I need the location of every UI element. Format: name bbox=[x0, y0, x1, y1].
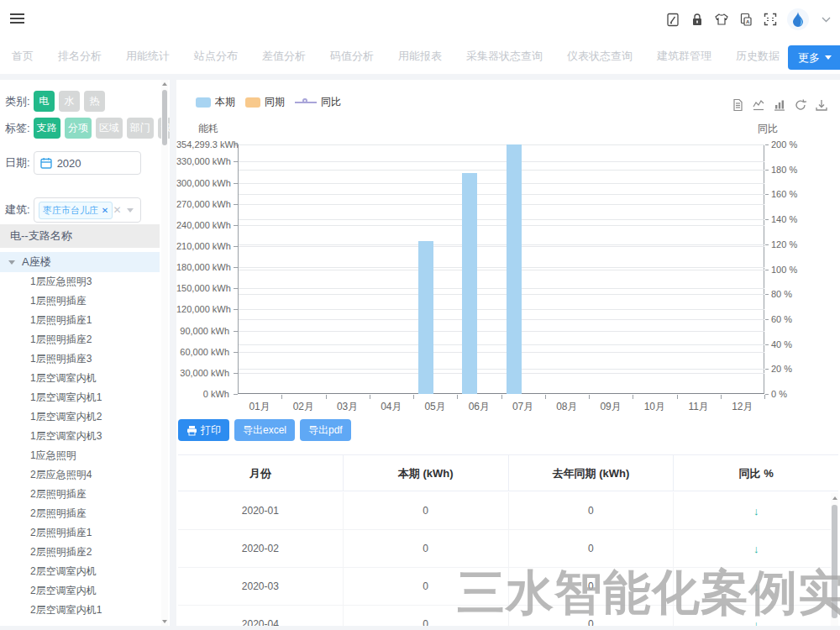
nav-tab[interactable]: 码值分析 bbox=[330, 40, 374, 74]
nav-tab[interactable]: 排名分析 bbox=[58, 40, 102, 74]
nav-tab[interactable]: 采集器状态查询 bbox=[466, 40, 543, 74]
tree-parent-label: A座楼 bbox=[22, 255, 51, 270]
shirt-icon[interactable] bbox=[714, 9, 729, 29]
gridline bbox=[239, 194, 764, 195]
chart-bar[interactable] bbox=[462, 173, 477, 394]
tree-item[interactable]: 2层空调室内机1 bbox=[0, 601, 160, 620]
left-axis-label: 60,000 kWh bbox=[176, 347, 229, 357]
category-option[interactable]: 水 bbox=[59, 91, 80, 112]
tree-item[interactable]: 2层应急照明4 bbox=[0, 465, 160, 485]
category-option[interactable]: 电 bbox=[34, 91, 55, 112]
tree-item[interactable]: 2层照明插座2 bbox=[0, 543, 160, 562]
tree-item[interactable]: 1层应急照明3 bbox=[0, 272, 160, 291]
building-label: 建筑: bbox=[5, 202, 30, 218]
right-axis-label: 120 % bbox=[771, 239, 797, 249]
tree-item[interactable]: 2层空调室内机 bbox=[0, 562, 160, 581]
tree-parent-node[interactable]: A座楼 bbox=[0, 252, 160, 272]
axis-tick bbox=[677, 395, 678, 399]
yoy-down-arrow: ↓ bbox=[674, 568, 838, 605]
tag-close-icon[interactable]: ✕ bbox=[102, 206, 108, 215]
tree-item[interactable]: 1层空调室内机3 bbox=[0, 427, 160, 446]
tree-item[interactable]: 1层照明插座2 bbox=[0, 330, 160, 349]
right-axis-label: 160 % bbox=[771, 189, 797, 199]
table-row[interactable]: 2020-0400↓ bbox=[178, 606, 838, 626]
axis-tick bbox=[370, 395, 370, 399]
tree-item[interactable]: 1层空调室内机2 bbox=[0, 407, 160, 427]
nav-tab[interactable]: 建筑群管理 bbox=[657, 40, 711, 74]
table-column-header: 去年同期 (kWh) bbox=[509, 455, 675, 491]
copy-icon[interactable]: A bbox=[738, 9, 753, 29]
date-input[interactable]: 2020 bbox=[34, 151, 141, 175]
table-scrollbar[interactable] bbox=[831, 493, 838, 626]
axis-tick bbox=[764, 395, 765, 399]
left-axis-label: 240,000 kWh bbox=[176, 220, 229, 230]
nav-tab[interactable]: 差值分析 bbox=[262, 40, 306, 74]
scrollbar-thumb[interactable] bbox=[832, 505, 837, 618]
nav-tab[interactable]: 用能报表 bbox=[398, 40, 442, 74]
nav-tab[interactable]: 仪表状态查询 bbox=[567, 40, 633, 74]
tree-item[interactable]: 2层照明插座 bbox=[0, 504, 160, 523]
nav-tab[interactable]: 用能统计 bbox=[126, 40, 170, 74]
chart-bar[interactable] bbox=[418, 241, 433, 394]
menu-icon[interactable] bbox=[10, 13, 24, 25]
right-axis-label: 200 % bbox=[771, 139, 797, 150]
date-label: 日期: bbox=[5, 155, 30, 171]
left-axis-label: 150,000 kWh bbox=[176, 283, 229, 293]
tree-item[interactable]: 2层照明插座1 bbox=[0, 523, 160, 543]
nav-tab[interactable]: 首页 bbox=[12, 40, 34, 74]
axis-tick bbox=[413, 395, 414, 399]
scroll-up-icon[interactable] bbox=[162, 82, 167, 86]
tag-option[interactable]: 支路 bbox=[34, 118, 60, 139]
building-select[interactable]: 枣庄市台儿庄 ✕ ✕ bbox=[34, 197, 141, 223]
tree-item[interactable]: 1层空调室内机 bbox=[0, 369, 160, 388]
axis-tick bbox=[765, 369, 769, 370]
table-row[interactable]: 2020-0200↓ bbox=[178, 530, 838, 568]
lock-icon[interactable] bbox=[690, 9, 705, 29]
tab-bar: 首页排名分析用能统计站点分布差值分析码值分析用能报表采集器状态查询仪表状态查询建… bbox=[0, 40, 840, 74]
export-excel-button[interactable]: 导出excel bbox=[234, 419, 295, 441]
gridline bbox=[239, 246, 764, 247]
export-pdf-button[interactable]: 导出pdf bbox=[300, 419, 351, 441]
print-button[interactable]: 打印 bbox=[178, 419, 229, 441]
axis-tick bbox=[765, 270, 769, 270]
water-drop-logo[interactable] bbox=[787, 8, 809, 30]
chevron-down-icon[interactable] bbox=[818, 9, 833, 29]
table-row[interactable]: 2020-0300↓ bbox=[178, 568, 838, 606]
more-button[interactable]: 更多 bbox=[788, 45, 840, 70]
tree-item[interactable]: 2层照明插座 bbox=[0, 485, 160, 504]
tag-option[interactable]: 部门 bbox=[127, 118, 154, 139]
fullscreen-icon[interactable] bbox=[763, 9, 778, 29]
axis-tick bbox=[234, 183, 238, 184]
right-axis-label: 0 % bbox=[771, 389, 787, 399]
scrollbar-thumb[interactable] bbox=[162, 90, 167, 145]
tree-collapse-icon[interactable] bbox=[8, 260, 15, 265]
axis-tick bbox=[765, 319, 769, 320]
tree-item[interactable]: 1层照明插座1 bbox=[0, 311, 160, 330]
nav-tab[interactable]: 历史数据 bbox=[736, 40, 780, 74]
note-icon[interactable] bbox=[665, 9, 680, 29]
chart-bar[interactable] bbox=[507, 144, 522, 394]
table-row[interactable]: 2020-0100↓ bbox=[178, 492, 838, 530]
tree-item[interactable]: 1层空调室内机1 bbox=[0, 388, 160, 407]
tree-item[interactable]: 1应急照明 bbox=[0, 446, 160, 465]
export-pdf-label: 导出pdf bbox=[308, 423, 343, 438]
scroll-down-icon[interactable] bbox=[162, 620, 167, 623]
x-axis-label: 10月 bbox=[636, 400, 673, 414]
sidebar-scrollbar[interactable] bbox=[161, 80, 168, 626]
tree-item[interactable]: 1层照明插座3 bbox=[0, 349, 160, 369]
tag-option[interactable]: 分项 bbox=[65, 118, 92, 139]
table-cell: 2020-02 bbox=[178, 530, 344, 567]
axis-tick bbox=[234, 288, 238, 289]
right-axis-label: 20 % bbox=[771, 364, 792, 374]
select-clear-icon[interactable]: ✕ bbox=[113, 204, 122, 216]
left-axis-label: 0 kWh bbox=[176, 389, 229, 399]
action-buttons: 打印 导出excel 导出pdf bbox=[178, 419, 351, 441]
nav-tab[interactable]: 站点分布 bbox=[194, 40, 238, 74]
tag-option[interactable]: 区域 bbox=[96, 118, 123, 139]
category-option[interactable]: 热 bbox=[84, 91, 105, 112]
axis-tick bbox=[721, 395, 722, 399]
tree-item[interactable]: 2层空调室内机 bbox=[0, 581, 160, 601]
tree-item[interactable]: 1层照明插座 bbox=[0, 291, 160, 311]
yoy-down-arrow: ↓ bbox=[674, 492, 838, 529]
scroll-up-icon[interactable] bbox=[832, 496, 837, 500]
